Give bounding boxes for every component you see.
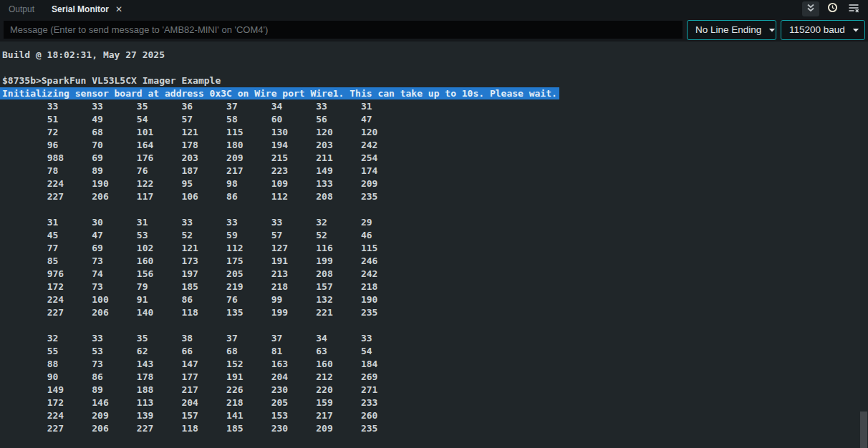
terminal-line: 45 47 53 52 59 57 52 46 [2, 229, 868, 242]
tab-output[interactable]: Output [0, 0, 43, 18]
message-input[interactable] [4, 21, 683, 39]
terminal-line: 224 190 122 95 98 109 133 209 [2, 177, 868, 190]
toggle-timestamp-button[interactable] [824, 1, 841, 16]
terminal-line: 88 73 143 147 152 163 160 184 [2, 358, 868, 371]
tab-output-label: Output [9, 4, 34, 14]
terminal-line: 85 73 160 173 175 191 199 246 [2, 255, 868, 268]
terminal-line [2, 203, 868, 216]
vertical-scrollbar-thumb[interactable] [860, 412, 867, 448]
terminal-line: 227 206 227 118 185 230 209 235 [2, 422, 868, 435]
terminal-line: 51 49 54 57 58 60 56 47 [2, 113, 868, 126]
terminal-line: 32 33 35 38 37 37 34 33 [2, 332, 868, 345]
terminal-line: Build @ 18:02:31, May 27 2025 [2, 49, 868, 62]
chevron-down-icon [768, 24, 776, 35]
clear-output-icon [848, 3, 859, 16]
terminal-line: 976 74 156 197 205 213 208 242 [2, 268, 868, 281]
terminal-line [2, 319, 868, 332]
terminal-line: 78 89 76 187 217 223 149 174 [2, 165, 868, 177]
serial-output-area[interactable]: Build @ 18:02:31, May 27 2025$8735b>Spar… [0, 42, 868, 448]
clear-output-button[interactable] [845, 1, 862, 16]
terminal-line: 172 146 113 204 218 205 159 233 [2, 396, 868, 409]
terminal-line: 90 86 178 177 191 204 212 269 [2, 371, 868, 384]
close-icon[interactable]: ✕ [114, 4, 124, 14]
terminal-line: 77 69 102 121 112 127 116 115 [2, 242, 868, 255]
serial-monitor-panel: Output Serial Monitor ✕ [0, 0, 868, 448]
baud-rate-select[interactable]: 115200 baud [781, 20, 865, 40]
terminal-line [2, 62, 868, 74]
tab-serial-monitor-label: Serial Monitor [52, 4, 109, 14]
terminal-line: 227 206 117 106 86 112 208 235 [2, 190, 868, 203]
terminal-output: Build @ 18:02:31, May 27 2025$8735b>Spar… [0, 42, 868, 435]
terminal-line: 55 53 62 66 68 81 63 54 [2, 345, 868, 358]
terminal-line: Initializing sensor board at address 0x3… [2, 87, 868, 100]
terminal-line: 224 209 139 157 141 153 217 260 [2, 409, 868, 422]
toggle-autoscroll-button[interactable] [802, 1, 819, 16]
terminal-line: 96 70 164 178 180 194 203 242 [2, 139, 868, 152]
terminal-line: 988 69 176 203 209 215 211 254 [2, 152, 868, 165]
clock-icon [827, 2, 838, 16]
panel-action-icons [802, 1, 868, 16]
panel-tabbar: Output Serial Monitor ✕ [0, 0, 868, 18]
terminal-line: 149 89 188 217 226 230 220 271 [2, 384, 868, 396]
message-toolbar: No Line Ending 115200 baud [0, 18, 868, 42]
selected-text: Initializing sensor board at address 0x3… [0, 87, 559, 99]
terminal-line: 227 206 140 118 135 199 221 235 [2, 306, 868, 319]
tab-serial-monitor[interactable]: Serial Monitor ✕ [43, 0, 132, 18]
double-chevron-down-icon [806, 3, 816, 16]
terminal-line: 33 33 35 36 37 34 33 31 [2, 100, 868, 113]
terminal-line: 172 73 79 185 219 218 157 218 [2, 281, 868, 293]
terminal-line: 224 100 91 86 76 99 132 190 [2, 293, 868, 306]
line-ending-value: No Line Ending [695, 24, 761, 35]
terminal-line: 31 30 31 33 33 33 32 29 [2, 216, 868, 229]
chevron-down-icon [852, 24, 859, 35]
line-ending-select[interactable]: No Line Ending [687, 20, 776, 40]
baud-rate-value: 115200 baud [789, 24, 845, 35]
terminal-line: $8735b>SparkFun VL53L5CX Imager Example [2, 74, 868, 87]
terminal-line: 72 68 101 121 115 130 120 120 [2, 126, 868, 139]
